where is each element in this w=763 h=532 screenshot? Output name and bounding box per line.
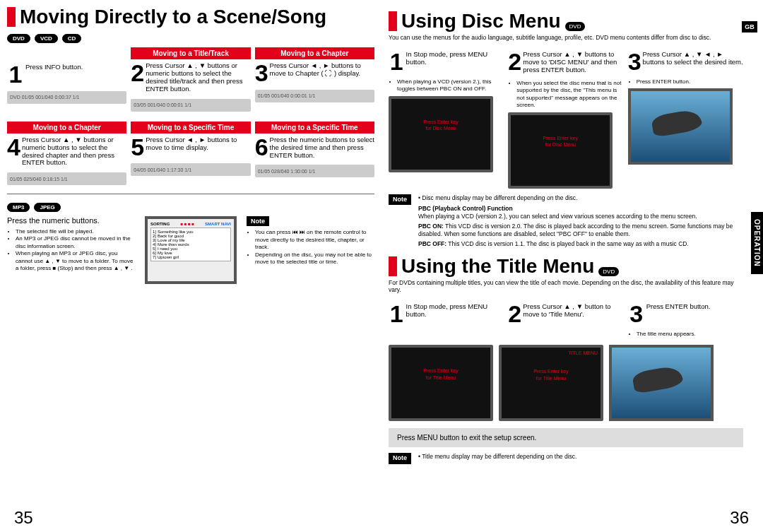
section-intro: You can use the menus for the audio lang… [389, 34, 743, 41]
disc-info-bar: 01/05 025/040 0:18:15 1/1 [7, 172, 126, 185]
pbc-on-text: This VCD disc is version 2.0. The disc i… [418, 223, 733, 237]
badge-dvd: DVD [7, 34, 30, 43]
steps-row-2: Moving to a Chapter 4 Press Cursor ▲ , ▼… [7, 122, 374, 186]
step-num: 3 [255, 62, 268, 84]
page-right: GB OPERATION Using Disc Menu DVD You can… [382, 0, 763, 532]
page-number-left: 35 [14, 508, 33, 528]
page-number-right: 36 [730, 508, 749, 528]
note-label: Note [389, 453, 411, 464]
list-item: When playing an MP3 or JPEG disc, you ca… [16, 250, 135, 272]
title-menu-section: Using the Title Menu DVD For DVDs contai… [389, 256, 743, 464]
step-2: Moving to a Title/Track 2 Press Cursor ▲… [131, 47, 250, 112]
title-step-2: 2 Press Cursor ▲ , ▼ button to move to '… [508, 300, 623, 341]
tv-line: for Title Menu [391, 374, 490, 382]
mp3-bullet-list: The selected file will be played. An MP3… [7, 228, 135, 272]
dolphin-icon [632, 365, 684, 394]
step-num: 1 [389, 303, 405, 325]
navi-list: 1]Something like you 2]Back for good 3]L… [150, 227, 231, 261]
note-heading: Disc menu display may be different depen… [422, 194, 577, 201]
dolphin-icon [651, 108, 703, 138]
tv-screenshot: TITLE MENU Press Enter key for Title Men… [499, 345, 603, 421]
tv-line: Press Enter key [511, 135, 610, 142]
section-intro: For DVDs containing multiple titles, you… [389, 279, 743, 293]
tv-screenshot: Press Enter key for Disc Menu [508, 112, 613, 189]
disc-menu-section: Using Disc Menu DVD You can use the menu… [389, 11, 743, 248]
disc-info-bar: 03/05 001/040 0:00:01 1/1 [131, 99, 250, 112]
pbc-on-label: PBC ON: [418, 223, 444, 230]
tv-screenshot: Press Enter key for Disc Menu [389, 96, 493, 172]
step-num: 6 [255, 136, 268, 158]
list-item: You can press ⏮ ⏭ on the remote control … [255, 229, 374, 251]
mp3-jpeg-row: Press the numeric buttons. The selected … [7, 216, 374, 284]
numeric-instruction: Press the numeric buttons. [7, 216, 135, 225]
step-num: 3 [628, 51, 641, 73]
sub-bullet: The title menu appears. [637, 331, 743, 338]
step-num: 2 [508, 303, 521, 325]
tv-dolphin-shot [628, 88, 733, 165]
step-num: 4 [7, 136, 20, 158]
step-num: 2 [508, 51, 521, 73]
step-num: 1 [389, 51, 405, 73]
step-header: Moving to a Specific Time [255, 122, 374, 134]
steps-row-1: 1 Press INFO button. DVD 01/05 001/040 0… [7, 47, 374, 112]
note-label: Note [247, 216, 269, 226]
title-steps-row: 1 In Stop mode, press MENU button. 2 Pre… [389, 300, 743, 341]
sort-heading: SORTING [150, 222, 170, 226]
pbc-off-label: PBC OFF: [418, 240, 446, 247]
step-header: Moving to a Chapter [255, 47, 374, 59]
step-text: Press the numeric buttons to select the … [270, 136, 374, 160]
list-item: Uptown girl [158, 255, 179, 259]
divider [7, 194, 374, 194]
tv-screenshot: Press Enter key for Title Menu [389, 345, 493, 421]
pbc-off-text: This VCD disc is version 1.1. The disc i… [448, 240, 688, 247]
gb-badge: GB [742, 21, 757, 32]
step-5: Moving to a Specific Time 5 Press Cursor… [131, 122, 250, 186]
step-text: In Stop mode, press MENU button. [406, 303, 504, 319]
disc-badge: DVD [598, 267, 619, 276]
disc-step-3: 3 Press Cursor ▲ , ▼ ◄ , ► buttons to se… [628, 48, 743, 188]
pbc-title: PBC (Playback Control) Function [418, 205, 743, 213]
disc-info-bar: 04/05 001/040 1:17:30 1/1 [131, 163, 250, 176]
step-1: 1 Press INFO button. DVD 01/05 001/040 0… [7, 47, 126, 112]
title-accent [389, 11, 397, 31]
tv-line: for Disc Menu [391, 125, 490, 132]
step-text: Press Cursor ◄ , ► buttons to move to Ch… [270, 62, 374, 78]
tv-header: TITLE MENU [502, 348, 601, 358]
tv-line: for Disc Menu [511, 141, 610, 148]
list-item: The selected file will be played. [16, 228, 135, 235]
title-bar-left: Moving Directly to a Scene/Song [7, 7, 374, 27]
badge-jpeg: JPEG [34, 203, 60, 212]
tv-line: Press Enter key [502, 368, 601, 375]
disc-step-1: 1 In Stop mode, press MENU button. When … [389, 48, 504, 188]
section-title: Using Disc Menu [401, 11, 561, 31]
media-badges-mid: MP3 JPEG [7, 203, 374, 212]
navi-heading: SMART NAVI [205, 222, 231, 226]
step-num: 3 [628, 303, 645, 325]
tv-line: Press Enter key [391, 119, 490, 126]
list-item: An MP3 or JPEG disc cannot be moved in t… [16, 235, 135, 250]
step-text: In Stop mode, press MENU button. [406, 51, 504, 66]
title-tv-row: Press Enter key for Title Menu TITLE MEN… [389, 345, 743, 421]
pbc-intro: When playing a VCD (version 2.), you can… [418, 213, 743, 220]
step-text: Press ENTER button. [646, 303, 711, 311]
step-6: Moving to a Specific Time 6 Press the nu… [255, 122, 374, 186]
page-left: Moving Directly to a Scene/Song DVD VCD … [0, 0, 382, 532]
sub-bullet: When playing a VCD (version 2.), this to… [397, 78, 504, 93]
step-num: 1 [7, 64, 24, 85]
tv-line: for Title Menu [502, 375, 601, 382]
disc-info-bar: 01/05 001/040 0:00:01 1/1 [255, 90, 374, 102]
note-bullet-list: You can press ⏮ ⏭ on the remote control … [247, 229, 374, 266]
step-text: Press Cursor ▲ , ▼ ◄ , ► buttons to sele… [643, 51, 743, 66]
title-step-3: 3 Press ENTER button. The title menu app… [628, 300, 743, 341]
operation-tab: OPERATION [751, 212, 763, 274]
note-label: Note [389, 194, 411, 206]
tv-line: Press Enter key [391, 367, 490, 374]
smart-navi-screen: SORTING ■ ■ ■ ■ SMART NAVI 1]Something l… [145, 216, 237, 284]
step-header: Moving to a Specific Time [131, 122, 250, 134]
section-title: Using the Title Menu [401, 256, 594, 276]
disc-note: Note • Disc menu display may be differen… [389, 194, 743, 248]
title-step-1: 1 In Stop mode, press MENU button. [389, 300, 504, 341]
step-text: Press INFO button. [25, 64, 83, 71]
step-text: Press Cursor ▲ , ▼ button to move to 'Ti… [523, 303, 623, 319]
step-num: 2 [131, 62, 144, 84]
